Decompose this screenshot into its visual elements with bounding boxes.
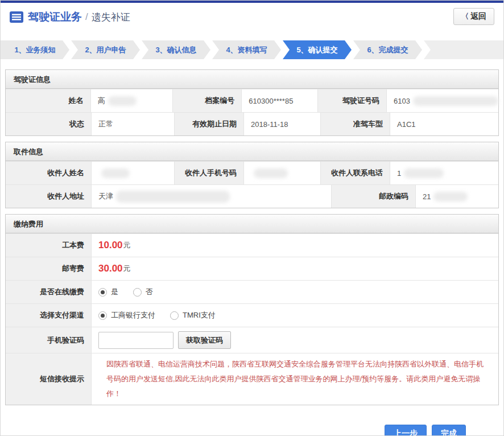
- expiry-value: 2018-11-18: [243, 113, 320, 135]
- channel-icbc-label: 工商银行支付: [111, 310, 155, 320]
- radio-unchecked-icon[interactable]: [170, 311, 179, 320]
- work-fee-unit: 元: [123, 240, 131, 250]
- table-row: 姓名 高 档案编号 610300****85 驾驶证号码 6103: [6, 89, 498, 112]
- license-info-section-title: 驾驶证信息: [6, 70, 498, 89]
- vehicle-class-label: 准驾车型: [320, 113, 390, 135]
- work-fee-amount: 10.00: [98, 240, 123, 251]
- post-fee-amount: 30.00: [98, 263, 123, 274]
- payment-section-title: 缴纳费用: [6, 215, 498, 233]
- license-no-value: 6103: [386, 89, 498, 112]
- work-fee-label: 工本费: [6, 234, 91, 257]
- status-label: 状态: [6, 113, 91, 135]
- post-fee-label: 邮寄费: [6, 257, 91, 280]
- sms-notice-cell: 因陕西省联通、电信运营商技术问题，陕西省互联网交通安全综合服务管理平台无法向持陕…: [91, 353, 498, 405]
- step-tab-4[interactable]: 4、资料填写: [212, 40, 281, 59]
- expiry-label: 有效期止日期: [174, 113, 243, 135]
- recipient-mobile-value: [243, 162, 320, 184]
- breadcrumb-separator: /: [85, 11, 88, 23]
- footer-actions: 上一步 完成: [5, 405, 499, 436]
- redaction-blur: [404, 168, 444, 178]
- recipient-phone-value: 1: [390, 162, 498, 184]
- pay-channel-label: 选择支付渠道: [6, 304, 91, 327]
- sms-code-field: 获取验证码: [91, 327, 498, 353]
- name-value: 高: [90, 89, 173, 112]
- work-fee-value: 10.00 元: [91, 234, 498, 257]
- chevron-left-icon: 〈: [461, 11, 469, 22]
- recipient-name-label: 收件人姓名: [6, 162, 91, 184]
- post-fee-unit: 元: [123, 264, 131, 274]
- step-tab-1[interactable]: 1、业务须知: [1, 40, 69, 59]
- page-title: 驾驶证业务: [28, 10, 82, 24]
- redaction-blur: [413, 96, 498, 106]
- radio-checked-icon[interactable]: [98, 311, 107, 320]
- step-tabs-filler: [424, 40, 503, 59]
- license-business-icon: [10, 11, 23, 23]
- online-pay-label: 是否在线缴费: [6, 281, 91, 303]
- recipient-mobile-label: 收件人手机号码: [174, 162, 243, 184]
- recipient-name-value: [91, 162, 174, 184]
- channel-tmri-label: TMRI支付: [183, 310, 216, 320]
- redaction-blur: [116, 191, 230, 203]
- channel-tmri-option[interactable]: TMRI支付: [170, 310, 216, 320]
- breadcrumb-current: 遗失补证: [92, 11, 130, 24]
- license-no-label: 驾驶证号码: [317, 89, 386, 112]
- file-no-label: 档案编号: [172, 89, 241, 112]
- previous-step-button[interactable]: 上一步: [385, 425, 427, 436]
- post-fee-value: 30.00 元: [91, 257, 498, 280]
- post-fee-row: 邮寄费 30.00 元: [6, 257, 498, 280]
- table-row: 状态 正常 有效期止日期 2018-11-18 准驾车型 A1C1: [6, 112, 498, 135]
- pay-channel-row: 选择支付渠道 工商银行支付 TMRI支付: [6, 303, 498, 327]
- page: 驾驶证业务 / 遗失补证 〈 返回 1、业务须知 2、用户申告 3、确认信息 4…: [0, 0, 504, 436]
- step-tab-6[interactable]: 6、完成提交: [353, 40, 422, 59]
- postal-code-value: 21: [415, 185, 498, 208]
- redaction-blur: [433, 192, 468, 201]
- name-label: 姓名: [6, 89, 90, 112]
- back-button-label: 返回: [470, 11, 486, 22]
- finish-button[interactable]: 完成: [432, 425, 466, 436]
- step-tab-3[interactable]: 3、确认信息: [142, 40, 210, 59]
- vehicle-class-value: A1C1: [390, 113, 498, 135]
- sms-notice-text: 因陕西省联通、电信运营商技术问题，陕西省互联网交通安全综合服务管理平台无法向持陕…: [98, 353, 498, 405]
- redaction-blur: [254, 168, 288, 178]
- sms-code-input[interactable]: [98, 332, 173, 349]
- step-tab-5-active[interactable]: 5、确认提交: [283, 40, 352, 59]
- file-no-value: 610300****85: [241, 89, 317, 112]
- online-pay-no-option[interactable]: 否: [133, 287, 153, 297]
- pickup-info-section: 取件信息 收件人姓名 收件人手机号码 收件人联系电话 1 收件人地址 天津 邮政…: [5, 142, 499, 208]
- postal-code-label: 邮政编码: [331, 185, 415, 208]
- redaction-blur: [101, 168, 130, 178]
- online-pay-yes-label: 是: [111, 287, 118, 297]
- sms-code-label: 手机验证码: [6, 327, 91, 353]
- status-value: 正常: [91, 113, 174, 135]
- online-pay-yes-option[interactable]: 是: [98, 287, 118, 297]
- work-fee-row: 工本费 10.00 元: [6, 233, 498, 257]
- table-row: 收件人姓名 收件人手机号码 收件人联系电话 1: [6, 161, 498, 184]
- pickup-info-section-title: 取件信息: [6, 142, 498, 161]
- pay-channel-options: 工商银行支付 TMRI支付: [91, 304, 498, 327]
- sms-code-row: 手机验证码 获取验证码: [6, 327, 498, 353]
- back-button[interactable]: 〈 返回: [453, 8, 494, 25]
- license-info-section: 驾驶证信息 姓名 高 档案编号 610300****85 驾驶证号码 6103 …: [5, 69, 499, 136]
- main-content: 驾驶证信息 姓名 高 档案编号 610300****85 驾驶证号码 6103 …: [1, 69, 503, 436]
- table-row: 收件人地址 天津 邮政编码 21: [6, 184, 498, 208]
- online-pay-options: 是 否: [91, 281, 498, 303]
- sms-notice-label: 短信接收提示: [6, 353, 91, 405]
- radio-unchecked-icon[interactable]: [133, 288, 142, 297]
- channel-icbc-option[interactable]: 工商银行支付: [98, 310, 155, 320]
- recipient-address-value: 天津: [91, 185, 331, 208]
- payment-section: 缴纳费用 工本费 10.00 元 邮寄费 30.00 元 是否在线缴费: [5, 214, 499, 405]
- redaction-blur: [108, 96, 137, 106]
- step-tabs: 1、业务须知 2、用户申告 3、确认信息 4、资料填写 5、确认提交 6、完成提…: [1, 40, 503, 59]
- radio-checked-icon[interactable]: [98, 288, 107, 297]
- get-sms-code-button[interactable]: 获取验证码: [178, 331, 231, 349]
- sms-notice-row: 短信接收提示 因陕西省联通、电信运营商技术问题，陕西省互联网交通安全综合服务管理…: [6, 353, 498, 405]
- recipient-phone-label: 收件人联系电话: [320, 162, 390, 184]
- recipient-address-label: 收件人地址: [6, 185, 91, 208]
- online-pay-no-label: 否: [146, 287, 153, 297]
- online-pay-row: 是否在线缴费 是 否: [6, 280, 498, 303]
- step-tab-2[interactable]: 2、用户申告: [71, 40, 140, 59]
- header: 驾驶证业务 / 遗失补证 〈 返回: [1, 3, 503, 31]
